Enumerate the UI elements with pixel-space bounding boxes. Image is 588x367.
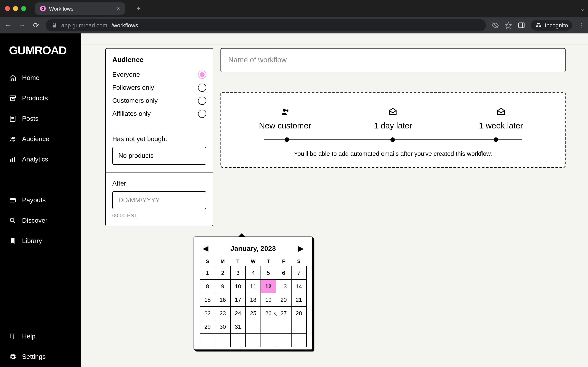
sidebar-item-products[interactable]: Products [0,88,81,108]
radio-label: Affiliates only [112,110,151,117]
sidebar-item-label: Discover [22,217,47,224]
close-window-icon[interactable] [5,6,10,11]
workflow-name-input[interactable]: Name of workflow [221,48,566,72]
svg-point-6 [11,137,13,139]
calendar-dow: T [261,257,276,266]
sidepanel-icon[interactable] [518,22,525,29]
calendar-day[interactable]: 19 [261,293,276,307]
menu-icon[interactable]: ⋮ [578,21,586,30]
browser-tab[interactable]: G Workflows × [35,2,125,15]
calendar-day[interactable]: 26 [261,307,276,320]
calendar-day[interactable]: 9 [215,280,231,293]
calendar-day[interactable]: 17 [230,293,246,307]
calendar-dow: W [246,257,261,266]
home-icon [9,74,16,82]
chart-icon [9,156,16,163]
card-icon [9,197,16,204]
prev-month-button[interactable]: ◀ [203,244,208,253]
calendar-day[interactable]: 23 [215,307,231,320]
tabs-overflow-icon[interactable]: ⌄ [580,5,585,12]
sidebar-item-help[interactable]: Help [0,326,81,347]
sidebar-item-home[interactable]: Home [0,68,81,88]
calendar-day[interactable]: 20 [276,293,291,307]
svg-rect-11 [10,198,16,202]
calendar-day[interactable]: 4 [246,266,261,280]
calendar-day[interactable]: 2 [215,266,231,280]
users-icon [9,135,16,143]
next-month-button[interactable]: ▶ [298,244,303,253]
date-picker: ◀ January, 2023 ▶ SMTWTFS 12345678910111… [194,236,313,350]
sidebar-item-settings[interactable]: Settings [0,347,81,367]
audience-option-affiliates[interactable]: Affiliates only [112,107,206,120]
window-controls [5,6,26,11]
calendar-day[interactable]: 16 [215,293,231,307]
calendar-day[interactable]: 14 [291,280,306,293]
calendar-day [291,320,306,333]
calendar-day[interactable]: 5 [261,266,276,280]
calendar-day[interactable]: 8 [200,280,215,293]
calendar-dow: T [230,257,246,266]
calendar-day[interactable]: 6 [276,266,291,280]
timeline-dot [285,137,289,142]
calendar-day[interactable]: 13 [276,280,291,293]
bookmark-icon[interactable] [505,22,512,29]
browser-titlebar: G Workflows × + ⌄ [0,0,588,17]
sidebar-item-label: Payouts [22,197,46,204]
calendar-day[interactable]: 1 [200,266,215,280]
audience-option-everyone[interactable]: Everyone [112,68,206,81]
calendar-day[interactable]: 31 [230,320,246,333]
radio-label: Customers only [112,97,158,104]
calendar-day[interactable]: 27 [276,307,291,320]
calendar-day[interactable]: 18 [246,293,261,307]
new-tab-button[interactable]: + [134,4,143,13]
close-tab-icon[interactable]: × [117,5,120,12]
sidebar-item-analytics[interactable]: Analytics [0,149,81,170]
sidebar-item-posts[interactable]: Posts [0,108,81,129]
archive-icon [9,95,16,102]
calendar-day[interactable]: 15 [200,293,215,307]
sidebar-item-library[interactable]: Library [0,231,81,251]
reload-button[interactable]: ⟳ [32,21,40,30]
calendar-day[interactable]: 25 [246,307,261,320]
sidebar-item-discover[interactable]: Discover [0,210,81,231]
radio-label: Everyone [112,71,140,78]
search-icon [9,217,16,224]
calendar-day[interactable]: 11 [246,280,261,293]
workflow-hint: You'll be able to add automated emails a… [231,150,555,157]
after-date-input[interactable]: DD/MM/YYYY [112,191,206,209]
calendar-day[interactable]: 22 [200,307,215,320]
calendar-dow: F [276,257,291,266]
calendar-day[interactable]: 28 [291,307,306,320]
back-button[interactable]: ← [4,21,12,29]
calendar-day[interactable]: 7 [291,266,306,280]
radio-icon [198,71,206,79]
calendar-day[interactable]: 24 [230,307,246,320]
calendar-day [246,333,261,347]
calendar-day[interactable]: 12 [261,280,276,293]
logo: GUMROAD [0,44,81,68]
minimize-window-icon[interactable] [13,6,18,11]
workflow-timeline: New customer 1 day later 1 week later Yo… [221,92,566,167]
audience-option-followers[interactable]: Followers only [112,81,206,94]
sidebar-item-audience[interactable]: Audience [0,129,81,149]
svg-rect-9 [12,158,13,162]
svg-rect-2 [10,96,16,98]
audience-option-customers[interactable]: Customers only [112,94,206,107]
maximize-window-icon[interactable] [21,6,26,11]
sidebar-item-payouts[interactable]: Payouts [0,190,81,210]
calendar-day[interactable]: 3 [230,266,246,280]
sidebar-item-label: Posts [22,115,38,122]
tracking-icon[interactable] [492,22,499,29]
book-icon [9,333,16,340]
sidebar-item-label: Help [22,333,35,340]
calendar-day[interactable]: 10 [230,280,246,293]
svg-rect-10 [14,157,15,162]
calendar-day[interactable]: 29 [200,320,215,333]
calendar-day[interactable]: 21 [291,293,306,307]
address-bar[interactable]: app.gumroad.com/workflows [46,19,486,31]
svg-rect-0 [519,23,524,28]
bought-select[interactable]: No products [112,147,206,165]
calendar-day[interactable]: 30 [215,320,231,333]
audience-heading: Audience [112,56,206,64]
incognito-badge[interactable]: Incognito [531,20,572,31]
